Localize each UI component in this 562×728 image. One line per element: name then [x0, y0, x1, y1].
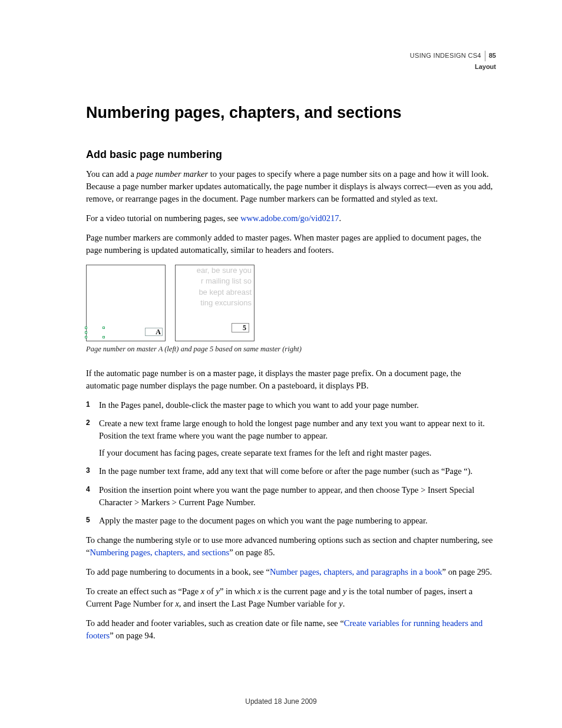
- figure: A ear, be sure you r mailing list so be …: [86, 265, 496, 341]
- text: is the current page and: [261, 587, 343, 596]
- tail-paragraph-2: To add page numbering to documents in a …: [86, 566, 496, 578]
- selection-handle-icon: [85, 327, 87, 329]
- doc-name: USING INDESIGN CS4: [410, 51, 481, 61]
- steps-list: In the Pages panel, double-click the mas…: [86, 399, 496, 526]
- text: of: [204, 587, 216, 596]
- selection-handle-icon: [85, 331, 87, 334]
- tail-paragraph-4: To add header and footer variables, such…: [86, 617, 496, 642]
- text: .: [343, 599, 345, 608]
- step-1: In the Pages panel, double-click the mas…: [86, 399, 496, 411]
- emphasis: page number marker: [137, 169, 209, 179]
- video-tutorial-link[interactable]: www.adobe.com/go/vid0217: [240, 213, 339, 223]
- step-text: Position the insertion point where you w…: [99, 484, 496, 509]
- figure-master-page: A: [86, 265, 166, 341]
- text: To add page numbering to documents in a …: [86, 567, 270, 577]
- step-text: If your document has facing pages, creat…: [99, 447, 496, 459]
- step-text: Apply the master page to the document pa…: [99, 515, 496, 527]
- step-2: Create a new text frame large enough to …: [86, 417, 496, 459]
- step-5: Apply the master page to the document pa…: [86, 515, 496, 527]
- tail-paragraph-3: To create an effect such as “Page x of y…: [86, 585, 496, 610]
- page-title: Numbering pages, chapters, and sections: [86, 101, 496, 124]
- selection-handle-icon: [103, 327, 105, 329]
- intro-paragraph-3: Page number markers are commonly added t…: [86, 232, 496, 256]
- intro-paragraph-1: You can add a page number marker to your…: [86, 168, 496, 205]
- header-separator: [485, 51, 485, 61]
- text: .: [339, 213, 342, 223]
- step-4: Position the insertion point where you w…: [86, 484, 496, 509]
- page-number-display: 5: [232, 323, 249, 332]
- selection-handle-icon: [85, 336, 87, 338]
- master-page-marker: A: [145, 328, 163, 336]
- text: To create an effect such as “Page: [86, 587, 201, 596]
- text: To add header and footer variables, such…: [86, 618, 344, 628]
- text: You can add a: [86, 169, 137, 179]
- page-header: USING INDESIGN CS4 85 Layout: [86, 51, 496, 72]
- text: ” on page 94.: [110, 631, 155, 640]
- text: For a video tutorial on numbering pages,…: [86, 213, 240, 223]
- selection-handle-icon: [103, 336, 105, 338]
- step-text: In the Pages panel, double-click the mas…: [99, 399, 496, 411]
- step-3: In the page number text frame, add any t…: [86, 465, 496, 477]
- after-figure-paragraph: If the automatic page number is on a mas…: [86, 367, 496, 392]
- text: , and insert the Last Page Number variab…: [179, 599, 339, 608]
- tail-paragraph-1: To change the numbering style or to use …: [86, 534, 496, 559]
- intro-paragraph-2: For a video tutorial on numbering pages,…: [86, 212, 496, 225]
- greeked-text: ear, be sure you r mailing list so be ke…: [183, 265, 252, 308]
- figure-document-page: ear, be sure you r mailing list so be ke…: [175, 265, 254, 341]
- page-number: 85: [489, 51, 496, 61]
- cross-reference-link[interactable]: Numbering pages, chapters, and sections: [90, 548, 229, 557]
- text: ” on page 295.: [442, 567, 492, 577]
- figure-caption: Page number on master A (left) and page …: [86, 344, 496, 354]
- cross-reference-link[interactable]: Number pages, chapters, and paragraphs i…: [270, 567, 442, 577]
- section-name: Layout: [86, 62, 496, 72]
- text: ” in which: [220, 587, 257, 596]
- text: ” on page 85.: [229, 548, 275, 557]
- step-text: In the page number text frame, add any t…: [99, 465, 496, 477]
- step-text: Create a new text frame large enough to …: [99, 417, 496, 442]
- section-heading: Add basic page numbering: [86, 147, 496, 162]
- page-footer: Updated 18 June 2009: [0, 697, 562, 707]
